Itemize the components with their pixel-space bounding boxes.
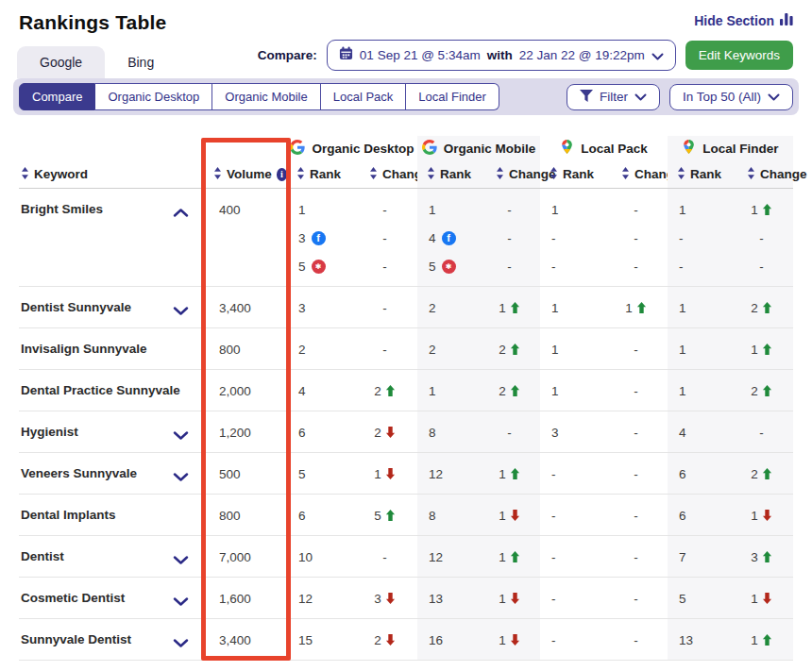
chevron-down-icon (634, 90, 647, 104)
compare-from-date: 01 Sep 21 @ 5:34am (360, 48, 481, 62)
filter-label: Filter (600, 90, 628, 104)
chevron-down-icon (768, 90, 780, 104)
chevron-down-icon[interactable] (173, 469, 189, 486)
change-cell: 1 (479, 287, 540, 327)
rank-cell: 15 (287, 619, 352, 660)
view-tab-local-finder[interactable]: Local Finder (406, 83, 499, 110)
rank-cell: - (540, 453, 604, 494)
facebook-icon: f (442, 231, 456, 245)
chevron-down-icon[interactable] (173, 303, 189, 320)
view-tab-compare[interactable]: Compare (19, 83, 95, 110)
chevron-up-icon[interactable] (173, 205, 189, 222)
view-tab-organic-desktop[interactable]: Organic Desktop (95, 83, 212, 110)
chevron-down-icon[interactable] (173, 428, 189, 445)
yelp-icon: ✱ (312, 260, 326, 274)
facebook-icon: f (312, 231, 326, 245)
rank-cell: 14f5✱ (417, 189, 479, 286)
change-cell: - (604, 495, 668, 535)
info-icon[interactable]: i (277, 168, 287, 181)
keyword-cell: Veneers Sunnyvale (19, 453, 204, 494)
rank-cell: 1 (417, 370, 479, 411)
group-label: Organic Desktop (312, 142, 414, 156)
change-cell: --- (604, 189, 668, 286)
change-cell: - (604, 453, 668, 494)
change-column-header[interactable]: Change (730, 160, 793, 188)
change-column-header[interactable]: Change (352, 160, 417, 188)
volume-cell: 1,600 (204, 578, 287, 618)
change-cell: 2 (479, 328, 540, 369)
rank-cell: 10 (287, 536, 352, 577)
rank-column-header[interactable]: Rank (540, 160, 604, 188)
rankings-section: Rankings Table Hide Section Google Bing … (0, 0, 812, 661)
change-column-header[interactable]: Change (479, 160, 540, 188)
table-row: Dental Implants80065 81 --61 (19, 495, 793, 536)
tab-google[interactable]: Google (17, 46, 105, 78)
rank-cell: 1 (668, 328, 730, 369)
chevron-down-icon[interactable] (173, 552, 189, 569)
rank-cell: 5 (668, 578, 730, 618)
change-column-header[interactable]: Change (604, 160, 668, 188)
rank-column-header[interactable]: Rank (287, 160, 352, 188)
change-cell: - (352, 328, 417, 369)
sort-icon (427, 167, 435, 182)
table-row: Dental Practice Sunnyvale2,00042 12 1-12 (19, 370, 793, 411)
tab-bing[interactable]: Bing (105, 46, 177, 78)
change-cell: 3 (352, 578, 417, 618)
chevron-down-icon[interactable] (173, 635, 189, 652)
keyword-label: Cosmetic Dentist (21, 584, 125, 612)
compare-date-range-picker[interactable]: 01 Sep 21 @ 5:34am with 22 Jan 22 @ 19:2… (327, 40, 676, 71)
sort-icon (21, 167, 29, 182)
change-cell: - (604, 411, 668, 452)
change-cell: - (352, 287, 417, 327)
rank-cell: 3 (287, 287, 352, 327)
view-tab-organic-mobile[interactable]: Organic Mobile (212, 83, 320, 110)
rank-column-header[interactable]: Rank (417, 160, 479, 188)
change-cell: - (352, 536, 417, 577)
keyword-cell: Dental Practice Sunnyvale (19, 370, 204, 411)
keyword-label: Hygienist (21, 418, 78, 446)
top-scope-dropdown[interactable]: In Top 50 (All) (669, 84, 793, 110)
rank-column-header[interactable]: Rank (668, 160, 730, 188)
change-cell: 1 -- (730, 189, 793, 286)
chevron-down-icon[interactable] (173, 594, 189, 611)
bar-chart-icon (780, 13, 793, 28)
rank-cell: 1 (668, 287, 730, 327)
map-pin-icon (560, 139, 574, 158)
rank-cell: 12 (287, 578, 352, 618)
table-row: Hygienist1,20062 8-3-4- (19, 411, 793, 453)
volume-cell: 2,000 (204, 370, 287, 411)
rank-cell: 4 (287, 370, 352, 411)
sort-icon (213, 167, 222, 182)
change-cell: 2 (352, 619, 417, 660)
change-cell: 1 (730, 328, 793, 369)
change-cell: 1 (479, 619, 540, 660)
rank-cell: 6 (287, 411, 352, 452)
change-cell: 1 (730, 619, 793, 660)
volume-column-header[interactable]: Volumei (204, 160, 287, 188)
hide-section-link[interactable]: Hide Section (694, 13, 793, 28)
rank-cell: - (540, 495, 604, 535)
table-row: Invisalign Sunnyvale8002-22 1-11 (19, 328, 793, 370)
view-tab-local-pack[interactable]: Local Pack (321, 83, 407, 110)
table-toolbar: Compare Organic Desktop Organic Mobile L… (13, 78, 799, 115)
compare-join-word: with (487, 48, 513, 62)
rank-cell: 2 (287, 328, 352, 369)
sort-icon (677, 167, 685, 182)
edit-keywords-button[interactable]: Edit Keywords (685, 41, 793, 70)
change-cell: 2 (730, 287, 793, 327)
keyword-cell: Dentist Sunnyvale (19, 287, 204, 327)
change-cell: 2 (730, 370, 793, 411)
filter-button[interactable]: Filter (567, 84, 660, 110)
change-cell: 1 (352, 453, 417, 494)
rank-cell: 4 (668, 411, 730, 452)
keyword-label: Dental Practice Sunnyvale (21, 377, 180, 405)
volume-cell: 7,000 (204, 536, 287, 577)
group-header-organic-mobile: Organic Mobile (417, 136, 540, 160)
change-cell: --- (352, 189, 417, 286)
change-cell: 3 (730, 536, 793, 577)
change-cell: - (479, 411, 540, 452)
change-cell: 1 (479, 578, 540, 618)
keyword-cell: Sunnyvale Dentist (19, 619, 204, 660)
keyword-column-header[interactable]: Keyword (19, 160, 204, 188)
change-cell: --- (479, 189, 540, 286)
